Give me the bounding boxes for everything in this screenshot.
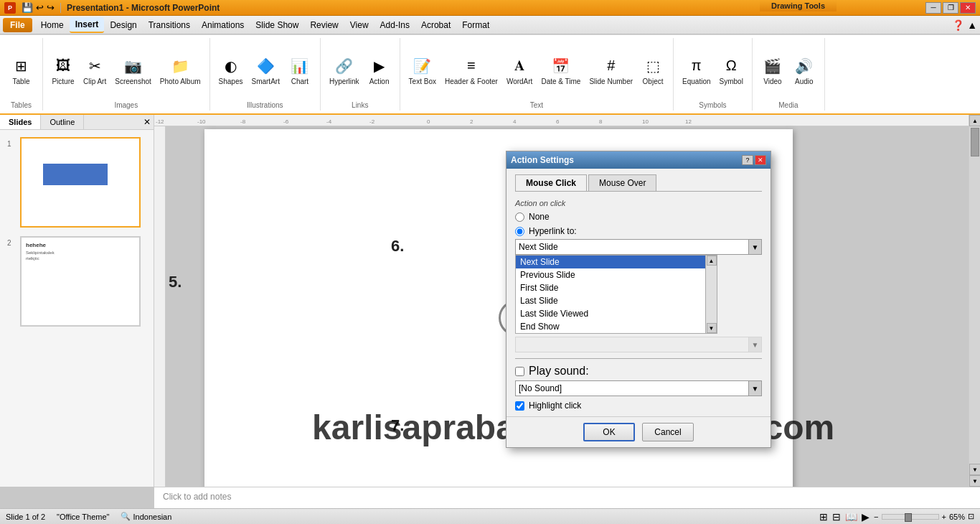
menu-animations[interactable]: Animations — [196, 18, 250, 32]
tab-outline[interactable]: Outline — [41, 115, 84, 129]
scroll-down-1[interactable]: ▼ — [969, 464, 980, 475]
title-bar-text: Presentation1 - Microsoft PowerPoint — [67, 3, 220, 13]
photo-album-button[interactable]: 📁 Photo Album — [157, 53, 204, 87]
slides-panel-close[interactable]: ✕ — [143, 117, 151, 127]
menu-slide-show[interactable]: Slide Show — [250, 18, 304, 32]
sound-dropdown-arrow[interactable]: ▼ — [748, 381, 761, 396]
screenshot-button[interactable]: 📷 Screenshot — [112, 53, 154, 87]
scroll-down-2[interactable]: ▼ — [969, 475, 980, 487]
menu-view[interactable]: View — [344, 18, 374, 32]
svg-text:-12: -12 — [156, 118, 164, 125]
picture-icon: 🖼 — [52, 55, 75, 78]
hyperlink-dropdown-container: Next Slide ▼ Next Slide Previous Slide F… — [515, 239, 762, 255]
audio-button[interactable]: 🔊 Audio — [790, 53, 819, 87]
slide-item-1[interactable]: 1 — [6, 136, 148, 229]
restore-button[interactable]: ❐ — [943, 2, 958, 14]
svg-text:-6: -6 — [283, 118, 289, 125]
zoom-thumb[interactable] — [905, 513, 912, 522]
menu-add-ins[interactable]: Add-Ins — [374, 18, 415, 32]
object-button[interactable]: ⬚ Object — [639, 53, 667, 87]
video-button[interactable]: 🎬 Video — [758, 53, 787, 87]
help-icon[interactable]: ❓ — [952, 19, 964, 31]
sound-dropdown[interactable]: [No Sound] ▼ — [515, 380, 762, 396]
language-indicator[interactable]: 🔍 Indonesian — [121, 512, 171, 521]
picture-button[interactable]: 🖼 Picture — [49, 53, 77, 87]
table-button[interactable]: ⊞ Table — [7, 53, 36, 87]
action-button[interactable]: ▶ Action — [365, 53, 394, 87]
list-scroll-down[interactable]: ▼ — [707, 323, 717, 333]
minimize-button[interactable]: ─ — [925, 2, 941, 14]
symbol-button[interactable]: Ω Symbol — [717, 53, 746, 87]
radio-hyperlink[interactable] — [515, 227, 524, 236]
expand-icon[interactable]: ▲ — [967, 19, 977, 31]
highlight-click-label: Highlight click — [529, 401, 581, 411]
zoom-in-btn[interactable]: + — [942, 513, 946, 521]
tab-mouse-click[interactable]: Mouse Click — [515, 174, 587, 191]
play-sound-checkbox[interactable] — [515, 367, 524, 376]
menu-acrobat[interactable]: Acrobat — [415, 18, 456, 32]
slide-thumb-2[interactable]: hehehe Seklipintakslek rtelkjtic — [20, 236, 141, 327]
qa-undo[interactable]: ↩ — [36, 2, 44, 13]
dropdown-item-last-slide[interactable]: Last Slide — [516, 294, 705, 307]
hyperlink-dropdown[interactable]: Next Slide ▼ — [515, 239, 762, 255]
wordart-button[interactable]: 𝐀 WordArt — [504, 53, 536, 87]
menu-transitions[interactable]: Transitions — [143, 18, 196, 32]
svg-text:-8: -8 — [240, 118, 246, 125]
zoom-out-btn[interactable]: − — [874, 513, 878, 521]
menu-review[interactable]: Review — [304, 18, 344, 32]
view-reading-btn[interactable]: 📖 — [845, 511, 857, 523]
menu-design[interactable]: Design — [104, 18, 142, 32]
tab-mouse-over[interactable]: Mouse Over — [588, 174, 656, 191]
zoom-slider[interactable] — [882, 514, 939, 520]
textbox-button[interactable]: 📝 Text Box — [406, 53, 439, 87]
equation-button[interactable]: π Equation — [679, 53, 713, 87]
shapes-button[interactable]: ◐ Shapes — [216, 53, 246, 87]
qa-save[interactable]: 💾 — [22, 2, 33, 13]
radio-none[interactable] — [515, 212, 524, 222]
highlight-click-checkbox[interactable] — [515, 401, 524, 411]
qa-redo[interactable]: ↪ — [47, 2, 55, 13]
clip-art-button[interactable]: ✂ Clip Art — [80, 53, 109, 87]
smartart-button[interactable]: 🔷 SmartArt — [248, 53, 282, 87]
notes-area[interactable]: Click to add notes — [154, 487, 980, 508]
scroll-thumb[interactable] — [971, 128, 979, 156]
date-time-button[interactable]: 📅 Date & Time — [538, 53, 583, 87]
svg-text:6: 6 — [556, 118, 560, 125]
slide-item-2[interactable]: 2 hehehe Seklipintakslek rtelkjtic — [6, 235, 148, 328]
smartart-icon: 🔷 — [254, 55, 277, 78]
dropdown-item-last-viewed[interactable]: Last Slide Viewed — [516, 307, 705, 320]
dropdown-item-previous-slide[interactable]: Previous Slide — [516, 268, 705, 281]
dialog-help-button[interactable]: ? — [742, 155, 753, 165]
vertical-scrollbar[interactable]: ▲ ▼ ▼ — [969, 115, 980, 487]
view-normal-btn[interactable]: ⊞ — [819, 511, 828, 523]
hyperlink-button[interactable]: 🔗 Hyperlink — [326, 53, 362, 87]
menu-home[interactable]: Home — [35, 18, 70, 32]
close-button[interactable]: ✕ — [960, 2, 976, 14]
view-slideshow-btn[interactable]: ▶ — [862, 511, 870, 523]
fit-button[interactable]: ⊡ — [968, 512, 974, 521]
ok-button[interactable]: OK — [583, 423, 635, 441]
tab-slides[interactable]: Slides — [0, 115, 41, 129]
view-slide-sorter-btn[interactable]: ⊟ — [832, 511, 841, 523]
scroll-up-button[interactable]: ▲ — [969, 115, 980, 126]
dropdown-item-first-slide[interactable]: First Slide — [516, 281, 705, 294]
chart-button[interactable]: 📊 Chart — [286, 53, 314, 87]
dropdown-item-next-slide[interactable]: Next Slide — [516, 256, 705, 268]
dropdown-item-end-show[interactable]: End Show — [516, 320, 705, 333]
menu-insert[interactable]: Insert — [70, 17, 105, 33]
hyperlink-icon: 🔗 — [333, 55, 356, 78]
header-footer-button[interactable]: ≡ Header & Footer — [442, 53, 501, 87]
annotation-7: 7. — [391, 416, 404, 435]
slide-number-button[interactable]: # Slide Number — [586, 53, 636, 87]
hyperlink-dropdown-arrow[interactable]: ▼ — [748, 240, 761, 254]
menu-file[interactable]: File — [3, 18, 32, 32]
cancel-button[interactable]: Cancel — [642, 423, 694, 441]
list-scroll-up[interactable]: ▲ — [707, 256, 717, 266]
dialog-close-button[interactable]: ✕ — [755, 155, 766, 165]
radio-none-row: None — [515, 212, 762, 222]
slide-thumb-1[interactable] — [20, 137, 141, 228]
ribbon-group-links: 🔗 Hyperlink ▶ Action Links — [321, 38, 400, 111]
menu-format[interactable]: Format — [456, 18, 495, 32]
ribbon-group-media: 🎬 Video 🔊 Audio Media — [753, 38, 825, 111]
object-action-dropdown[interactable]: ▼ — [515, 337, 762, 352]
